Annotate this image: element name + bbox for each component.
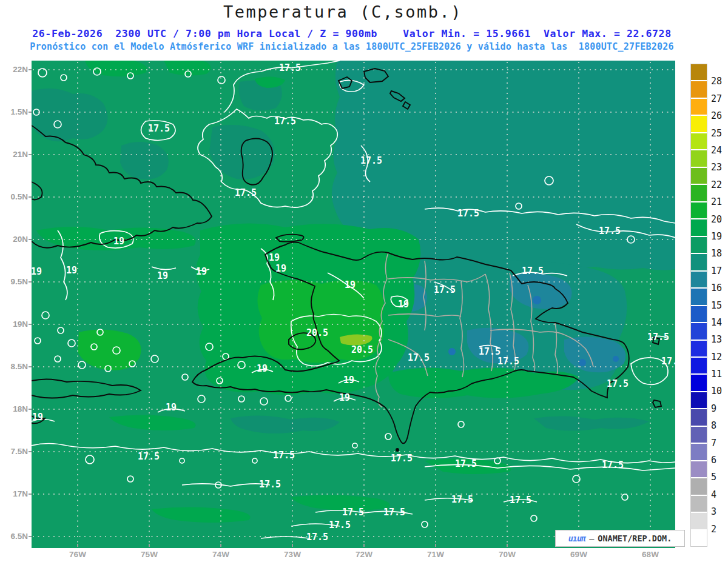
colorbar-tick-label: 27 [711,93,728,104]
watermark-box: uıuπ – ONAMET/REP.DOM. [555,530,685,547]
colorbar-tick-label: 7 [711,438,728,449]
colorbar-tick-label: 11 [711,369,728,380]
lon-tick-mark [435,544,436,547]
lon-tick-label: 72W [351,550,377,559]
lat-tick-label: 19N [2,319,28,329]
weather-map-svg [32,61,675,548]
lat-tick-label: 21N [2,150,28,159]
lon-tick-mark [149,544,150,547]
lat-tick-mark [29,451,32,452]
colorbar-block [691,427,707,443]
watermark-org-label: ONAMET/REP.DOM. [598,534,672,543]
colorbar-block [691,392,707,408]
colorbar-block [691,375,707,390]
colorbar-block [691,81,707,97]
colorbar-block [691,185,707,201]
colorbar-tick-label: 20 [711,214,728,225]
colorbar-tick-label: 2 [711,524,728,535]
colorbar-tick-label: 6 [711,455,728,466]
lon-tick-label: 68W [637,550,664,559]
colorbar-tick-label: 15 [711,300,728,311]
colorbar-block [691,513,707,529]
colorbar-tick-label: 24 [711,145,728,156]
lat-tick-mark [29,239,32,240]
lon-tick-label: 69W [565,550,592,559]
colorbar-tick-label: 3 [711,506,728,517]
map-canvas [32,61,675,548]
colorbar-block [691,289,707,304]
colorbar-block [691,237,707,253]
colorbar-tick-label: 14 [711,317,728,328]
weather-plot-page: Temperatura (C,somb.) 26-Feb-2026 2300 U… [0,0,728,562]
colorbar-tick-label: 26 [711,110,728,121]
lat-tick-mark [29,112,32,113]
colorbar-block [691,478,707,494]
lat-tick-label: 22N [2,65,28,74]
lat-tick-mark [29,281,32,283]
colorbar [690,64,707,547]
lat-tick-mark [29,196,32,198]
colorbar-tick-label: 10 [711,386,728,396]
colorbar-tick-label: 23 [711,162,728,173]
lon-tick-mark [363,544,365,547]
lon-tick-label: 71W [422,550,449,559]
colorbar-tick-label: 4 [711,489,728,500]
lat-tick-mark [29,493,32,495]
colorbar-tick-label: 13 [711,334,728,345]
colorbar-tick-label: 8 [711,420,728,431]
lat-tick-label: 0.5N [2,192,28,201]
colorbar-block [691,272,707,287]
colorbar-block [691,116,707,132]
lat-tick-label: 8.5N [2,362,28,371]
colorbar-tick-label: 22 [711,179,728,190]
colorbar-block [691,306,707,322]
lat-tick-label: 6.5N [2,532,28,541]
colorbar-block [691,99,707,115]
island-alto-velo [396,449,399,451]
lon-tick-label: 76W [64,550,91,559]
lon-tick-mark [507,544,508,547]
lat-tick-label: 17N [2,489,28,498]
lat-tick-label: 9.5N [2,277,28,286]
colorbar-tick-label: 16 [711,283,728,293]
lat-tick-mark [29,536,32,537]
colorbar-block [691,254,707,270]
colorbar-block [691,496,707,512]
colorbar-block [691,358,707,373]
lon-tick-label: 70W [494,550,521,559]
colorbar-block [691,461,707,477]
lon-tick-label: 74W [207,550,234,559]
lat-tick-label: 20N [2,235,28,244]
colorbar-block [691,444,707,460]
page-title: Temperatura (C,somb.) [0,2,686,21]
grads-logo: uıuπ [568,534,586,543]
colorbar-tick-label: 18 [711,248,728,259]
lat-tick-label: 18N [2,404,28,413]
colorbar-block [691,219,707,235]
lon-tick-mark [220,544,221,547]
colorbar-tick-label: 17 [711,266,728,276]
colorbar-block [691,168,707,184]
lon-tick-mark [77,544,78,547]
colorbar-block [691,341,707,356]
colorbar-tick-label: 28 [711,76,728,87]
lat-tick-mark [29,154,32,155]
colorbar-tick-label: 19 [711,231,728,242]
colorbar-tick-label: 25 [711,128,728,139]
colorbar-block [691,64,707,80]
subtitle-valid-time: 26-Feb-2026 2300 UTC / 7:00 pm Hora Loca… [0,28,704,39]
colorbar-tick-label: 9 [711,403,728,414]
lon-tick-label: 73W [279,550,306,559]
colorbar-tick-label: 21 [711,196,728,207]
lon-tick-mark [292,544,293,547]
lat-tick-mark [29,324,32,325]
lat-tick-label: 7.5N [2,447,28,456]
subtitle-model-info: Pronóstico con el Modelo Atmósferico WRF… [0,41,704,52]
watermark-separator: – [589,534,594,543]
lat-tick-label: 1.5N [2,107,28,116]
colorbar-block [691,202,707,218]
lat-tick-mark [29,366,32,367]
colorbar-block [691,323,707,339]
lat-tick-mark [29,69,32,70]
colorbar-block [691,133,707,149]
